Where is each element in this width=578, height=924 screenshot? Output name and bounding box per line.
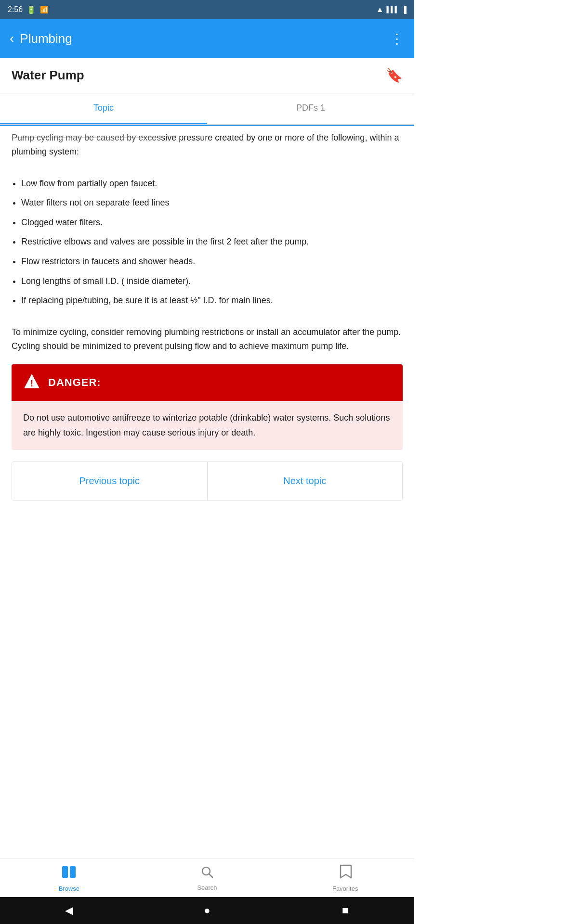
status-bar-right: ▲ ▌▌▌ ▐ xyxy=(376,5,407,14)
tab-topic[interactable]: Topic xyxy=(0,93,207,124)
app-bar: ‹ Plumbing ⋮ xyxy=(0,19,414,58)
wifi-icon: ▲ xyxy=(376,5,384,14)
favorites-label: Favorites xyxy=(332,885,358,892)
list-item: Long lengths of small I.D. ( inside diam… xyxy=(21,274,403,289)
bullet-list: Low flow from partially open faucet. Wat… xyxy=(12,176,403,308)
nav-favorites[interactable]: Favorites xyxy=(276,859,414,897)
battery-full-icon: ▐ xyxy=(402,6,407,13)
search-icon xyxy=(200,865,214,882)
list-item: Flow restrictors in faucets and shower h… xyxy=(21,254,403,269)
list-item: Water filters not on separate feed lines xyxy=(21,195,403,210)
danger-label: DANGER: xyxy=(48,376,101,389)
status-bar-left: 2:56 🔋 📶 xyxy=(8,5,48,14)
svg-rect-2 xyxy=(62,866,68,878)
status-time: 2:56 xyxy=(8,5,23,14)
intro-paragraph: Pump cycling may be caused by excessive … xyxy=(0,125,414,167)
nav-search[interactable]: Search xyxy=(138,859,276,897)
bookmark-button[interactable]: 🔖 xyxy=(386,67,403,83)
browse-icon xyxy=(61,864,77,883)
next-topic-button[interactable]: Next topic xyxy=(208,462,403,500)
list-item: Restrictive elbows and valves are possib… xyxy=(21,234,403,249)
previous-topic-button[interactable]: Previous topic xyxy=(12,462,208,500)
favorites-icon xyxy=(339,864,352,883)
tabs-bar: Topic PDFs 1 xyxy=(0,93,414,125)
battery-icon: 🔋 xyxy=(26,5,36,14)
system-back-button[interactable]: ◀ xyxy=(59,901,79,920)
svg-text:!: ! xyxy=(30,379,33,388)
list-item: Low flow from partially open faucet. xyxy=(21,176,403,191)
browse-label: Browse xyxy=(59,885,79,892)
svg-rect-3 xyxy=(70,866,76,878)
page-title: Water Pump xyxy=(12,68,84,83)
signal-icon: ▌▌▌ xyxy=(387,6,399,13)
intro-partial-strikethrough: Pump cycling may be caused by exces xyxy=(12,133,161,142)
status-bar: 2:56 🔋 📶 ▲ ▌▌▌ ▐ xyxy=(0,0,414,19)
content-area: Pump cycling may be caused by excessive … xyxy=(0,125,414,500)
app-bar-left: ‹ Plumbing xyxy=(10,31,72,46)
page-title-bar: Water Pump 🔖 xyxy=(0,58,414,93)
list-item: Clogged water filters. xyxy=(21,215,403,230)
danger-header: ! DANGER: xyxy=(12,364,403,401)
svg-point-4 xyxy=(202,867,210,875)
nav-browse[interactable]: Browse xyxy=(0,859,138,897)
app-bar-title: Plumbing xyxy=(20,31,72,46)
search-label: Search xyxy=(197,884,217,891)
warning-triangle-icon: ! xyxy=(23,373,40,392)
list-item: If replacing pipe/tubing, be sure it is … xyxy=(21,293,403,308)
svg-line-5 xyxy=(210,874,213,877)
nav-buttons: Previous topic Next topic xyxy=(12,462,403,500)
danger-body: Do not use automotive antifreeze to wint… xyxy=(12,401,403,449)
bottom-nav: Browse Search Favorites xyxy=(0,859,414,897)
system-home-button[interactable]: ● xyxy=(197,901,217,920)
tab-pdfs[interactable]: PDFs 1 xyxy=(207,93,414,124)
sim-icon: 📶 xyxy=(40,6,48,13)
overflow-menu-button[interactable]: ⋮ xyxy=(390,31,405,47)
system-recent-button[interactable]: ■ xyxy=(336,901,355,920)
back-button[interactable]: ‹ xyxy=(10,31,14,46)
minimize-text: To minimize cycling, consider removing p… xyxy=(0,318,414,365)
system-nav: ◀ ● ■ xyxy=(0,897,414,924)
